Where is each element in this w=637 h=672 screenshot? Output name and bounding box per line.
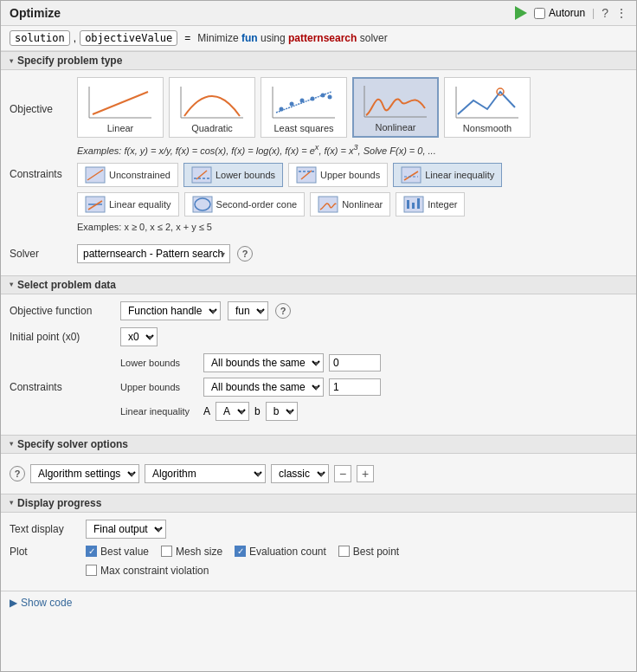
objective-function-label: Objective function	[10, 305, 113, 317]
lower-bounds-label: Lower bounds	[120, 358, 198, 368]
constraint-nonlinear[interactable]: Nonlinear	[310, 192, 390, 216]
svg-rect-42	[407, 200, 409, 209]
constraints-data: Lower bounds All bounds the same Upper b…	[120, 353, 381, 421]
plot-label: Plot	[10, 546, 79, 558]
solver-select-wrap: patternsearch - Pattern search	[77, 244, 230, 263]
mesh-size-checkbox[interactable]	[161, 546, 172, 557]
constraint-examples-text: Examples: x ≥ 0, x ≤ 2, x + y ≤ 5	[77, 222, 627, 232]
max-constraint-checkbox-item[interactable]: Max constraint violation	[86, 565, 209, 577]
objective-function-row: Objective function Function handle fun ?	[10, 301, 627, 320]
max-constraint-checkbox[interactable]	[86, 565, 97, 576]
equals: =	[184, 32, 190, 44]
mesh-size-checkbox-item[interactable]: Mesh size	[161, 546, 222, 558]
obj-help-icon[interactable]: ?	[275, 303, 291, 319]
initial-point-label: Initial point (x0)	[10, 331, 113, 343]
solver-options-header-label: Specify solver options	[17, 438, 128, 450]
constraint-upper-bounds[interactable]: Upper bounds	[288, 163, 388, 187]
algorithm-settings-select[interactable]: Algorithm settings	[30, 464, 139, 483]
algorithm-select[interactable]: Algorithm	[145, 464, 266, 483]
best-value-checkbox-item[interactable]: ✓ Best value	[86, 546, 149, 558]
constraints-label: Constraints	[10, 163, 70, 180]
display-progress-section-header[interactable]: ▾ Display progress	[1, 494, 636, 513]
quadratic-chart	[177, 83, 247, 121]
upper-bounds-type-wrap: All bounds the same	[203, 378, 324, 397]
tile-linear[interactable]: Linear	[77, 77, 164, 138]
output2-tag: objectiveValue	[80, 30, 177, 46]
problem-data-section-body: Objective function Function handle fun ?…	[1, 294, 636, 435]
linear-ineq-b-select[interactable]: b	[266, 402, 298, 421]
constraint-lower-bounds[interactable]: Lower bounds	[183, 163, 283, 187]
constraint-linear-equality[interactable]: Linear equality	[77, 192, 179, 216]
lower-bounds-type-select[interactable]: All bounds the same	[203, 353, 324, 372]
minus-button[interactable]: −	[334, 465, 351, 482]
constraint-linear-inequality[interactable]: Linear inequality	[393, 163, 502, 187]
tile-nonlinear[interactable]: Nonlinear	[352, 77, 439, 138]
text-display-row: Text display Final output	[10, 520, 627, 539]
menu-button[interactable]: ⋮	[615, 6, 627, 20]
classic-select[interactable]: classic	[271, 464, 329, 483]
linear-ineq-A-select[interactable]: A	[216, 402, 249, 421]
title-bar: Optimize Autorun | ? ⋮	[1, 1, 636, 26]
tile-leastsquares-label: Least squares	[273, 123, 333, 133]
tile-quadratic[interactable]: Quadratic	[169, 77, 255, 138]
svg-point-14	[328, 95, 332, 100]
text-display-label: Text display	[10, 523, 79, 535]
algorithm-settings-wrap: Algorithm settings	[30, 464, 139, 483]
show-code-row[interactable]: ▶ Show code	[1, 591, 636, 614]
collapse-triangle-icon: ▾	[10, 57, 13, 65]
best-value-checkbox[interactable]: ✓	[86, 546, 97, 557]
upper-bounds-icon	[296, 166, 317, 184]
nonsmooth-chart	[453, 83, 522, 121]
x0-wrap: x0	[120, 327, 158, 346]
best-point-checkbox[interactable]	[338, 546, 350, 557]
obj-type-wrap: Function handle	[120, 301, 221, 320]
help-button[interactable]: ?	[602, 6, 608, 20]
text-display-select[interactable]: Final output	[86, 520, 166, 539]
best-value-label: Best value	[100, 546, 149, 558]
constraint-integer[interactable]: Integer	[396, 192, 465, 216]
tile-nonsmooth[interactable]: Nonsmooth	[444, 77, 531, 138]
constraint-unconstrained[interactable]: Unconstrained	[77, 163, 178, 187]
linear-ineq-row: Linear inequality A A b b	[120, 402, 381, 421]
constraints-row: Constraints Unconstrained	[10, 163, 627, 216]
svg-rect-43	[412, 203, 415, 209]
solver-options-help-icon[interactable]: ?	[10, 466, 25, 481]
autorun-checkbox[interactable]	[534, 8, 545, 19]
evaluation-count-checkbox[interactable]: ✓	[235, 546, 246, 557]
svg-rect-44	[417, 198, 420, 209]
plus-button[interactable]: +	[357, 465, 374, 482]
run-button[interactable]	[515, 6, 527, 20]
objective-type-select[interactable]: Function handle	[120, 301, 221, 320]
constraints-data-label: Constraints	[10, 381, 113, 393]
objective-label: Objective	[10, 77, 70, 115]
tile-nonlinear-label: Nonlinear	[375, 122, 415, 132]
second-order-cone-icon	[192, 196, 213, 213]
lower-bounds-value-input[interactable]	[329, 354, 381, 372]
tile-leastsquares[interactable]: Least squares	[261, 77, 347, 138]
nonlinear-chart	[361, 82, 430, 120]
solver-help-icon[interactable]: ?	[237, 246, 253, 262]
leastsquares-chart	[269, 83, 338, 121]
solver-select[interactable]: patternsearch - Pattern search	[77, 244, 230, 263]
upper-bounds-value-input[interactable]	[329, 378, 381, 396]
evaluation-count-checkbox-item[interactable]: ✓ Evaluation count	[235, 546, 326, 558]
problem-data-header-label: Select problem data	[17, 279, 116, 291]
best-point-checkbox-item[interactable]: Best point	[338, 546, 399, 558]
initial-point-select[interactable]: x0	[120, 327, 158, 346]
svg-rect-20	[453, 83, 522, 121]
upper-bounds-type-select[interactable]: All bounds the same	[203, 378, 324, 397]
solver-options-section-header[interactable]: ▾ Specify solver options	[1, 435, 636, 454]
integer-icon	[403, 196, 424, 213]
plot-row: Plot ✓ Best value Mesh size ✓ Evaluation…	[10, 546, 627, 558]
comma: ,	[74, 32, 76, 44]
initial-point-row: Initial point (x0) x0	[10, 327, 627, 346]
linear-chart	[86, 83, 155, 121]
constraint-second-order-cone[interactable]: Second-order cone	[184, 192, 306, 216]
problem-type-section-header[interactable]: ▾ Specify problem type	[1, 51, 636, 70]
text-display-wrap: Final output	[86, 520, 166, 539]
best-point-label: Best point	[353, 546, 399, 558]
objective-var-select[interactable]: fun	[228, 301, 268, 320]
display-progress-header-label: Display progress	[17, 497, 101, 509]
svg-rect-4	[177, 83, 247, 121]
problem-data-section-header[interactable]: ▾ Select problem data	[1, 275, 636, 294]
